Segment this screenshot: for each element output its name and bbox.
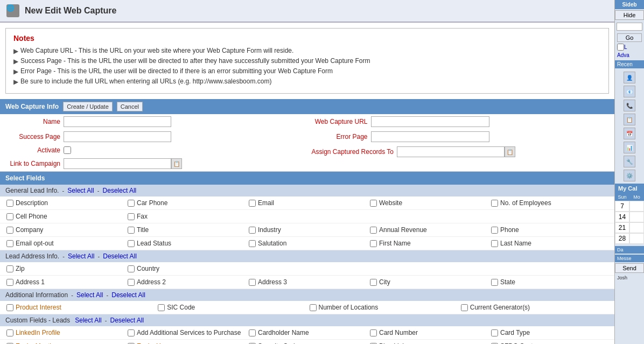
sidebar-icon-1[interactable]: 👤 xyxy=(624,72,635,83)
link-campaign-icon[interactable]: 📋 xyxy=(171,158,182,169)
sidebar-icons: 👤 📧 📞 📋 📅 📊 🔧 ⚙️ xyxy=(615,69,644,184)
lead-address-deselect-all[interactable]: Deselect All xyxy=(103,252,137,260)
cancel-button[interactable]: Cancel xyxy=(117,102,143,111)
field-email-optout: Email opt-out xyxy=(4,238,125,248)
field-empty3 xyxy=(489,212,610,221)
cal-row2: 14 xyxy=(615,212,644,222)
l-checkbox-row: L xyxy=(615,43,644,51)
cal-28[interactable]: 28 xyxy=(615,233,629,244)
sidebar: Sideb Hide Go L Adva Recen 👤 📧 📞 📋 📅 📊 🔧… xyxy=(614,0,644,344)
custom-row1: LinkedIn Profile Add Additional Services… xyxy=(0,326,614,340)
lead-address-select-all[interactable]: Select All xyxy=(68,252,94,260)
josh-label: Josh xyxy=(615,274,644,282)
custom-fields-label: Custom Fields - Leads xyxy=(5,317,70,324)
cal-row3: 21 xyxy=(615,222,644,233)
field-linkedin: LinkedIn Profile xyxy=(4,328,125,338)
additional-info-deselect-all[interactable]: Deselect All xyxy=(111,291,145,299)
custom-fields-header: Custom Fields - Leads Select All - Desel… xyxy=(0,314,614,326)
link-campaign-label: Link to Campaign xyxy=(4,160,64,167)
web-capture-url-label: Web Capture URL xyxy=(312,118,371,125)
field-title: Title xyxy=(125,225,247,235)
field-no-employees: No. of Employees xyxy=(489,198,610,208)
general-lead-deselect-all[interactable]: Deselect All xyxy=(103,187,137,194)
field-security-code: Security Code xyxy=(247,341,368,344)
success-page-row: Success Page xyxy=(0,129,307,144)
field-annual-revenue: Annual Revenue xyxy=(368,225,489,235)
field-phone: Phone xyxy=(489,225,610,235)
activate-checkbox[interactable] xyxy=(64,146,71,154)
success-page-label: Success Page xyxy=(4,133,64,141)
assign-captured-input[interactable] xyxy=(397,146,505,157)
general-lead-select-all[interactable]: Select All xyxy=(67,187,94,194)
note-item-4: ▶ Be sure to include the full URL when e… xyxy=(13,78,601,86)
custom-fields-select-all[interactable]: Select All xyxy=(75,317,101,324)
field-blog-link: Blog Link xyxy=(368,341,489,344)
field-cell-phone: Cell Phone xyxy=(4,212,125,221)
additional-info-select-all[interactable]: Select All xyxy=(76,291,103,299)
field-card-type: Card Type xyxy=(489,328,610,338)
cal-21[interactable]: 21 xyxy=(615,222,629,233)
success-page-input[interactable] xyxy=(64,131,171,142)
field-last-name: Last Name xyxy=(489,238,610,248)
sidebar-icon-5[interactable]: 📅 xyxy=(624,128,635,139)
note-item-1: ▶ Web Capture URL - This is the URL on y… xyxy=(13,47,601,55)
cal-header: Sun Mo xyxy=(615,193,644,201)
link-campaign-input[interactable] xyxy=(64,158,171,169)
cal-mo: Mo xyxy=(629,193,644,201)
calendar: Sun Mo 7 14 21 28 xyxy=(615,193,644,244)
create-update-button[interactable]: Create / Update xyxy=(63,102,113,111)
sidebar-icon-4[interactable]: 📋 xyxy=(624,114,635,125)
search-input[interactable] xyxy=(617,23,642,31)
hide-button[interactable]: Hide xyxy=(615,10,644,20)
custom-fields-deselect-all[interactable]: Deselect All xyxy=(110,317,144,324)
notes-title: Notes xyxy=(13,34,601,43)
sidebar-icon-3[interactable]: 📞 xyxy=(624,100,635,111)
field-state: State xyxy=(489,277,610,287)
page-title: New Edit Web Capture xyxy=(25,6,116,16)
additional-info-row1: Product Interest SIC Code Number of Loca… xyxy=(0,301,614,314)
name-label: Name xyxy=(4,118,64,125)
sidebar-search-area xyxy=(615,21,644,32)
cal-sun: Sun xyxy=(615,193,629,201)
sidebar-icon-6[interactable]: 📊 xyxy=(624,142,635,153)
notes-section: Notes ▶ Web Capture URL - This is the UR… xyxy=(5,28,609,94)
web-capture-url-input[interactable] xyxy=(371,116,489,127)
field-fax: Fax xyxy=(125,212,247,221)
cal-7[interactable]: 7 xyxy=(615,201,629,212)
field-car-phone: Car Phone xyxy=(125,198,247,208)
field-expiry-year: Expiry Year xyxy=(125,341,247,344)
field-salutation: Salutation xyxy=(247,238,368,248)
additional-info-label: Additional Information xyxy=(5,291,68,299)
sidebar-icon-8[interactable]: ⚙️ xyxy=(624,170,635,181)
field-website-gen: Website xyxy=(368,198,489,208)
send-button[interactable]: Send xyxy=(615,263,644,273)
custom-row2: Expiry Month Expiry Year Security Code B… xyxy=(0,340,614,344)
page-header-icon: 🌐 xyxy=(6,4,19,17)
sidebar-icon-7[interactable]: 🔧 xyxy=(624,156,635,167)
error-page-input[interactable] xyxy=(371,131,489,142)
go-button[interactable]: Go xyxy=(617,33,642,42)
field-lead-status: Lead Status xyxy=(125,238,247,248)
name-input[interactable] xyxy=(64,116,171,127)
field-product-interest: Product Interest xyxy=(4,303,156,312)
field-card-number: Card Number xyxy=(368,328,489,338)
field-num-locations: Number of Locations xyxy=(307,303,459,312)
lead-address-row1: Zip Country xyxy=(0,262,614,276)
field-industry: Industry xyxy=(247,225,368,235)
adv-link[interactable]: Adva xyxy=(615,51,644,59)
field-first-name: First Name xyxy=(368,238,489,248)
l-label: L xyxy=(624,44,627,50)
cal-row1: 7 xyxy=(615,201,644,212)
recent-label: Recen xyxy=(615,60,644,68)
sidebar-icon-2[interactable]: 📧 xyxy=(624,86,635,97)
page-header: 🌐 New Edit Web Capture xyxy=(0,0,614,23)
assign-captured-icon[interactable]: 📋 xyxy=(505,146,515,157)
sidebar-label: Sideb xyxy=(615,0,644,9)
general-lead-row2: Cell Phone Fax xyxy=(0,210,614,223)
da-label: Da xyxy=(615,246,644,254)
cal-14[interactable]: 14 xyxy=(615,212,629,222)
lead-address-info-header: Lead Address Info. - Select All - Desele… xyxy=(0,250,614,262)
general-lead-row4: Email opt-out Lead Status Salutation Fir… xyxy=(0,237,614,250)
additional-info-header: Additional Information - Select All - De… xyxy=(0,289,614,301)
l-checkbox[interactable] xyxy=(617,44,624,51)
